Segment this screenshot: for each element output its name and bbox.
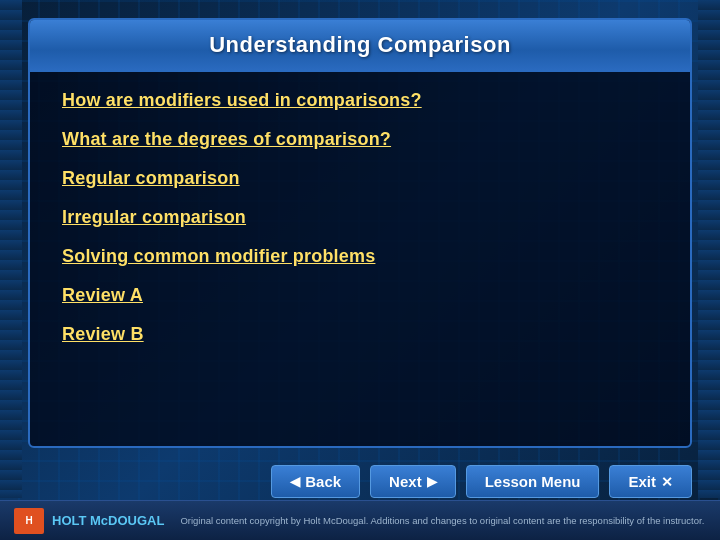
next-arrow-icon: ▶	[427, 474, 437, 489]
link-review-b[interactable]: Review B	[62, 324, 658, 345]
footer-logo: H HOLT McDOUGAL	[14, 508, 164, 534]
holt-icon: H	[14, 508, 44, 534]
left-decoration	[0, 0, 22, 498]
exit-x-icon: ✕	[661, 474, 673, 490]
link-irregular[interactable]: Irregular comparison	[62, 207, 658, 228]
footer-brand: HOLT McDOUGAL	[52, 513, 164, 528]
exit-button[interactable]: Exit ✕	[609, 465, 692, 498]
bottom-navigation: ◀ Back Next ▶ Lesson Menu Exit ✕	[28, 465, 692, 498]
links-container: How are modifiers used in comparisons? W…	[30, 72, 690, 371]
link-degrees[interactable]: What are the degrees of comparison?	[62, 129, 658, 150]
title-bar: Understanding Comparison	[30, 20, 690, 72]
footer-copyright: Original content copyright by Holt McDou…	[180, 515, 706, 526]
link-solving[interactable]: Solving common modifier problems	[62, 246, 658, 267]
link-review-a[interactable]: Review A	[62, 285, 658, 306]
right-decoration	[698, 0, 720, 498]
footer: H HOLT McDOUGAL Original content copyrig…	[0, 500, 720, 540]
link-regular[interactable]: Regular comparison	[62, 168, 658, 189]
main-content-panel: Understanding Comparison How are modifie…	[28, 18, 692, 448]
back-button[interactable]: ◀ Back	[271, 465, 360, 498]
link-modifiers[interactable]: How are modifiers used in comparisons?	[62, 90, 658, 111]
page-title: Understanding Comparison	[209, 32, 511, 57]
lesson-menu-button[interactable]: Lesson Menu	[466, 465, 600, 498]
back-arrow-icon: ◀	[290, 474, 300, 489]
next-button[interactable]: Next ▶	[370, 465, 456, 498]
